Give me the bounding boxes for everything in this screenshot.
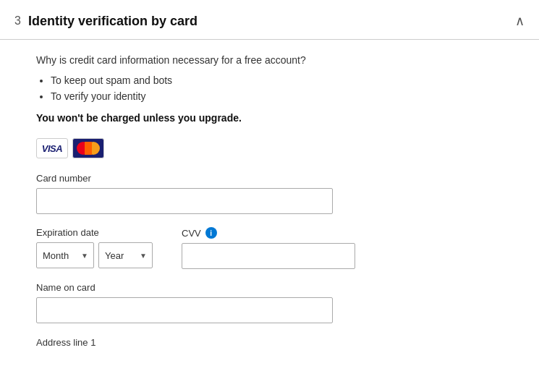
section-header: 3 Identity verification by card ∧ bbox=[0, 0, 539, 40]
cvv-label: CVV bbox=[182, 228, 201, 239]
expiry-selects: Month 01 02 03 04 05 06 07 08 09 10 11 bbox=[36, 242, 153, 268]
card-number-label: Card number bbox=[36, 173, 517, 184]
name-on-card-group: Name on card bbox=[36, 282, 517, 323]
section-container: 3 Identity verification by card ∧ Why is… bbox=[0, 0, 539, 362]
cvv-section: CVV i bbox=[182, 227, 355, 269]
bullet-list: To keep out spam and bots To verify your… bbox=[36, 74, 517, 102]
card-number-group: Card number bbox=[36, 173, 517, 214]
month-select-wrapper: Month 01 02 03 04 05 06 07 08 09 10 11 bbox=[36, 242, 94, 268]
name-on-card-label: Name on card bbox=[36, 282, 517, 293]
list-item: To keep out spam and bots bbox=[51, 74, 517, 86]
mastercard-logo bbox=[72, 138, 104, 158]
card-number-input[interactable] bbox=[36, 188, 333, 214]
section-number: 3 bbox=[14, 14, 21, 27]
charge-notice-text: You won't be charged unless you upgrade. bbox=[36, 112, 517, 124]
visa-logo: VISA bbox=[36, 138, 68, 158]
collapse-chevron-icon[interactable]: ∧ bbox=[515, 13, 525, 29]
expiry-section: Expiration date Month 01 02 03 04 05 06 … bbox=[36, 227, 153, 268]
year-select[interactable]: Year 2024 2025 2026 2027 2028 2029 2030 bbox=[98, 242, 153, 268]
description-text: Why is credit card information necessary… bbox=[36, 54, 517, 66]
card-logos: VISA bbox=[36, 138, 517, 158]
section-header-left: 3 Identity verification by card bbox=[14, 14, 198, 29]
section-body: Why is credit card information necessary… bbox=[0, 40, 539, 362]
mc-overlap bbox=[85, 142, 92, 155]
month-select[interactable]: Month 01 02 03 04 05 06 07 08 09 10 11 bbox=[36, 242, 94, 268]
address-line-1-label: Address line 1 bbox=[36, 337, 96, 348]
section-title: Identity verification by card bbox=[28, 14, 198, 29]
cvv-input[interactable] bbox=[182, 243, 355, 269]
expiration-label: Expiration date bbox=[36, 227, 153, 238]
year-select-wrapper: Year 2024 2025 2026 2027 2028 2029 2030 … bbox=[98, 242, 153, 268]
name-on-card-input[interactable] bbox=[36, 297, 333, 323]
expiry-cvv-row: Expiration date Month 01 02 03 04 05 06 … bbox=[36, 227, 517, 269]
list-item: To verify your identity bbox=[51, 90, 517, 102]
cvv-label-row: CVV i bbox=[182, 227, 355, 239]
cvv-info-icon[interactable]: i bbox=[205, 227, 217, 239]
